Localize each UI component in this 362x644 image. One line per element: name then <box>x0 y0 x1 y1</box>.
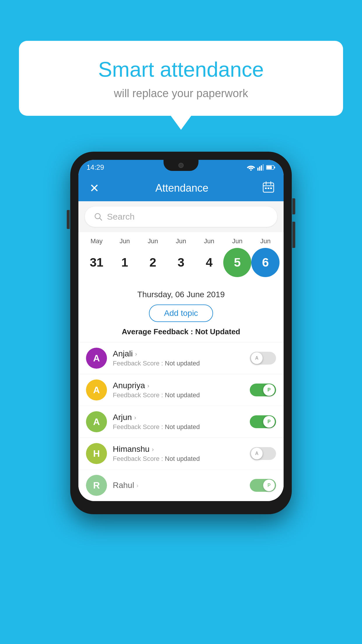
close-button[interactable]: ✕ <box>87 181 102 195</box>
volume-down-button <box>292 222 295 248</box>
month-label-5: Jun <box>223 237 252 245</box>
toggle-thumb-himanshu: A <box>251 448 263 459</box>
speech-bubble-container: Smart attendance will replace your paper… <box>19 41 343 116</box>
feedback-value-anjali: Not updated <box>165 360 200 367</box>
toggle-arjun[interactable]: P <box>250 415 276 428</box>
date-4[interactable]: 4 <box>195 248 223 277</box>
student-name-arjun: Arjun › <box>113 413 244 422</box>
svg-rect-13 <box>268 188 269 189</box>
student-info-rahul: Rahul › <box>113 481 244 490</box>
phone-container: 14:29 <box>70 152 292 514</box>
toggle-himanshu[interactable]: A <box>250 447 276 460</box>
student-name-rahul: Rahul › <box>113 481 244 490</box>
date-31[interactable]: 31 <box>82 248 111 277</box>
chevron-right-icon-himanshu: › <box>152 446 154 453</box>
add-topic-button[interactable]: Add topic <box>149 304 213 322</box>
month-label-0: May <box>82 237 111 245</box>
avatar-anupriya: A <box>86 379 107 400</box>
speech-bubble-title: Smart attendance <box>36 57 326 82</box>
avatar-arjun: A <box>86 411 107 432</box>
svg-rect-4 <box>263 164 264 171</box>
svg-rect-12 <box>265 188 267 189</box>
feedback-value-anupriya: Not updated <box>165 391 200 399</box>
status-time: 14:29 <box>87 163 104 172</box>
wifi-icon <box>247 164 255 171</box>
date-3[interactable]: 3 <box>167 248 195 277</box>
chevron-right-icon-arjun: › <box>134 414 136 421</box>
feedback-value-himanshu: Not updated <box>165 455 200 462</box>
student-name-anupriya: Anupriya › <box>113 381 244 390</box>
battery-icon <box>266 165 275 170</box>
calendar-icon <box>262 181 275 193</box>
front-camera <box>178 163 184 168</box>
toggle-track-anupriya: P <box>250 384 276 396</box>
feedback-himanshu: Feedback Score : Not updated <box>113 455 244 463</box>
student-info-arjun: Arjun › Feedback Score : Not updated <box>113 413 244 431</box>
month-label-6: Jun <box>251 237 280 245</box>
avatar-anjali: A <box>86 348 107 369</box>
avg-feedback-label: Average Feedback : <box>122 327 195 336</box>
toggle-thumb-anjali: A <box>251 352 263 364</box>
search-bar[interactable]: Search <box>85 206 277 227</box>
speech-bubble-subtitle: will replace your paperwork <box>36 87 326 100</box>
month-label-1: Jun <box>111 237 139 245</box>
student-name-himanshu: Himanshu › <box>113 444 244 454</box>
status-icons <box>247 164 275 171</box>
toggle-anupriya[interactable]: P <box>250 384 276 396</box>
power-button <box>292 198 295 214</box>
speech-bubble: Smart attendance will replace your paper… <box>19 41 343 116</box>
student-item-anjali[interactable]: A Anjali › Feedback Score : Not updated … <box>78 342 284 374</box>
phone-screen: 14:29 <box>78 160 284 501</box>
date-5-today[interactable]: 5 <box>223 248 252 277</box>
student-info-himanshu: Himanshu › Feedback Score : Not updated <box>113 444 244 463</box>
calendar-strip: May Jun Jun Jun Jun Jun Jun 31 1 2 3 4 5… <box>78 232 284 284</box>
student-info-anupriya: Anupriya › Feedback Score : Not updated <box>113 381 244 399</box>
month-label-3: Jun <box>167 237 195 245</box>
date-1[interactable]: 1 <box>111 248 139 277</box>
svg-rect-2 <box>259 167 260 171</box>
avatar-rahul: R <box>86 475 107 496</box>
selected-date-text: Thursday, 06 June 2019 <box>87 290 275 299</box>
student-item-anupriya[interactable]: A Anupriya › Feedback Score : Not update… <box>78 374 284 406</box>
date-info-section: Thursday, 06 June 2019 Add topic Average… <box>78 284 284 342</box>
svg-line-16 <box>100 218 102 220</box>
phone-frame: 14:29 <box>70 152 292 514</box>
toggle-thumb-rahul: P <box>263 480 275 491</box>
date-2[interactable]: 2 <box>139 248 167 277</box>
toggle-track-himanshu: A <box>250 447 276 460</box>
svg-rect-3 <box>261 165 262 171</box>
toggle-rahul[interactable]: P <box>250 479 276 492</box>
dates-row: 31 1 2 3 4 5 6 <box>82 248 280 277</box>
avatar-himanshu: H <box>86 443 107 464</box>
signal-icon <box>257 164 264 171</box>
calendar-button[interactable] <box>262 181 275 196</box>
feedback-arjun: Feedback Score : Not updated <box>113 423 244 431</box>
volume-button <box>67 210 70 229</box>
feedback-anupriya: Feedback Score : Not updated <box>113 391 244 399</box>
month-label-4: Jun <box>195 237 223 245</box>
month-label-2: Jun <box>139 237 167 245</box>
feedback-value-arjun: Not updated <box>165 423 200 430</box>
avg-feedback-value: Not Updated <box>195 327 240 336</box>
svg-rect-1 <box>257 168 259 171</box>
student-item-himanshu[interactable]: H Himanshu › Feedback Score : Not update… <box>78 438 284 469</box>
students-list: A Anjali › Feedback Score : Not updated … <box>78 342 284 501</box>
months-row: May Jun Jun Jun Jun Jun Jun <box>82 237 280 245</box>
toggle-track-anjali: A <box>250 352 276 365</box>
chevron-right-icon-rahul: › <box>136 482 138 489</box>
student-item-rahul[interactable]: R Rahul › P <box>78 469 284 501</box>
student-item-arjun[interactable]: A Arjun › Feedback Score : Not updated P <box>78 406 284 438</box>
student-info-anjali: Anjali › Feedback Score : Not updated <box>113 349 244 367</box>
app-header: ✕ Attendance <box>78 175 284 201</box>
search-icon <box>94 212 103 221</box>
svg-rect-7 <box>274 167 275 168</box>
search-placeholder: Search <box>107 212 135 222</box>
toggle-thumb-anupriya: P <box>263 384 275 396</box>
toggle-track-rahul: P <box>250 479 276 492</box>
date-6-selected[interactable]: 6 <box>251 248 280 277</box>
feedback-anjali: Feedback Score : Not updated <box>113 360 244 367</box>
header-title: Attendance <box>155 182 208 194</box>
avg-feedback-text: Average Feedback : Not Updated <box>87 327 275 336</box>
chevron-right-icon-anupriya: › <box>147 382 150 389</box>
toggle-anjali[interactable]: A <box>250 352 276 365</box>
